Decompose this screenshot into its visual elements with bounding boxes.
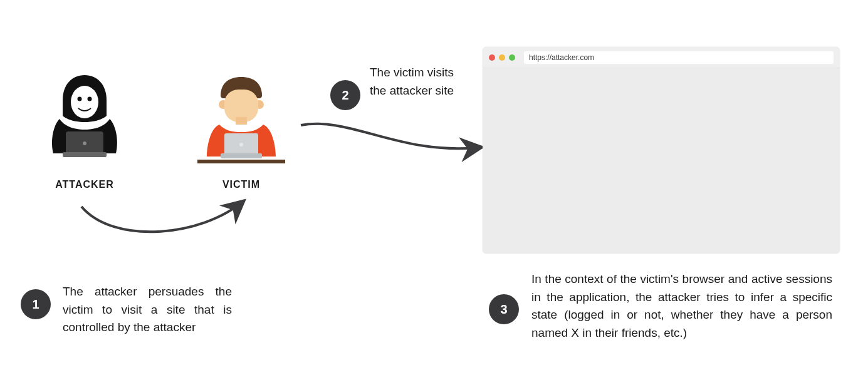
window-minimize-dot xyxy=(499,54,505,61)
step-2-text: The victim visits the attacker site xyxy=(370,64,470,100)
arrow-attacker-to-victim xyxy=(75,194,257,244)
attacker-icon xyxy=(41,72,128,160)
browser-address-bar: https://attacker.com xyxy=(524,51,834,64)
svg-point-2 xyxy=(88,97,92,101)
svg-point-12 xyxy=(239,143,243,146)
svg-point-5 xyxy=(83,141,86,145)
step-1-badge: 1 xyxy=(21,289,51,319)
svg-rect-4 xyxy=(63,152,107,157)
svg-rect-11 xyxy=(221,153,262,158)
victim-label: VICTIM xyxy=(210,179,273,190)
svg-rect-13 xyxy=(197,160,285,163)
svg-point-1 xyxy=(78,97,82,101)
attacker-label: ATTACKER xyxy=(44,179,125,190)
step-2-badge: 2 xyxy=(330,80,360,110)
svg-rect-9 xyxy=(236,117,247,125)
step-3-text: In the context of the victim's browser a… xyxy=(531,270,832,342)
browser-title-bar: https://attacker.com xyxy=(483,47,840,68)
victim-icon xyxy=(194,72,288,169)
browser-window: https://attacker.com xyxy=(483,47,840,254)
arrow-victim-to-browser xyxy=(295,110,489,166)
svg-point-0 xyxy=(71,86,98,118)
step-1-text: The attacker persuades the victim to vis… xyxy=(63,283,232,337)
window-close-dot xyxy=(489,54,495,61)
window-maximize-dot xyxy=(509,54,515,61)
step-3-badge: 3 xyxy=(489,294,519,324)
